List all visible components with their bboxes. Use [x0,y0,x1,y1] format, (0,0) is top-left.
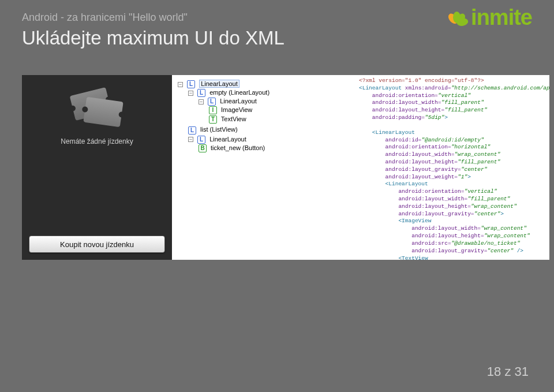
logo-flower-icon [444,5,470,30]
xml-source: <?xml version="1.0" encoding="utf-8"?> <… [357,75,549,260]
tree-node[interactable]: − L LinearLayout I ImageView [199,97,353,125]
buy-ticket-button[interactable]: Koupit novou jízdenku [29,236,165,253]
tree-node[interactable]: − L empty (LinearLayout) − L LinearLayou… [188,88,353,125]
badge-L: L [208,98,216,106]
tree-node-root[interactable]: − L LinearLayout − L empty (LinearLayout… [178,80,353,154]
badge-L: L [188,126,196,135]
collapse-icon[interactable]: − [199,99,204,104]
page-indicator: 18 z 31 [487,364,529,379]
badge-L: L [197,136,205,144]
tree-node[interactable]: T TextView [209,115,353,124]
logo-text: inmite [471,5,532,30]
badge-L: L [187,80,195,88]
layout-outline: − L LinearLayout − L empty (LinearLayout… [172,75,357,260]
tree-node[interactable]: L list (ListView) [188,125,353,135]
phone-preview: Nemáte žádné jízdenky Koupit novou jízde… [22,75,172,260]
badge-L: L [197,89,205,97]
collapse-icon[interactable]: − [188,137,193,142]
slide-title: Ukládejte maximum UI do XML [22,27,532,49]
no-tickets-message: Nemáte žádné jízdenky [61,137,133,145]
tree-node[interactable]: B ticket_new (Button) [199,144,353,153]
collapse-icon[interactable]: − [188,91,193,96]
badge-I: I [209,106,217,114]
badge-B: B [199,144,207,152]
no-ticket-icon [72,91,122,125]
badge-T: T [209,115,217,124]
inmite-logo: inmite [444,5,532,30]
tree-node[interactable]: I ImageView [209,106,353,115]
collapse-icon[interactable]: − [178,82,183,87]
tree-node[interactable]: − L LinearLayout B ticket_new (Button) [188,135,353,154]
